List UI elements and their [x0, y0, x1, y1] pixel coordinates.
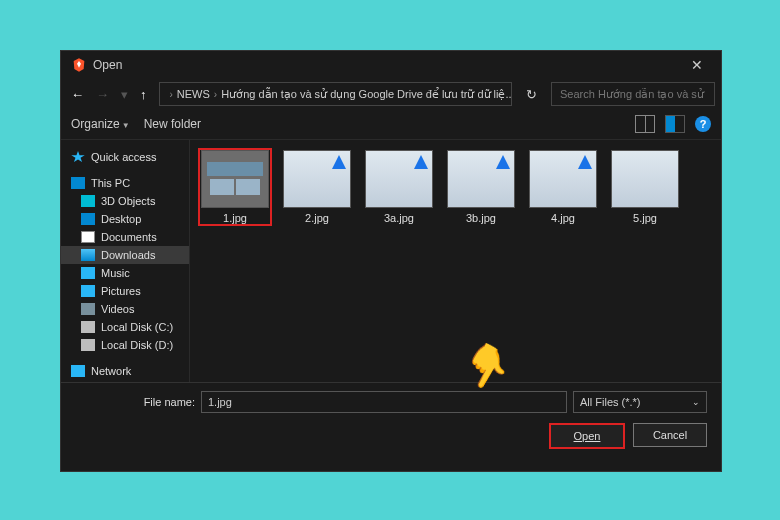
sidebar-item-quick-access[interactable]: Quick access — [61, 148, 189, 166]
chevron-right-icon: › — [214, 89, 217, 100]
filename-label: File name: — [75, 396, 195, 408]
sidebar-item-this-pc[interactable]: This PC — [61, 174, 189, 192]
search-box[interactable] — [551, 82, 715, 106]
breadcrumb-segment[interactable]: Hướng dẫn tạo và sử dụng Google Drive để… — [221, 88, 512, 101]
sidebar-item-local-disk-d[interactable]: Local Disk (D:) — [61, 336, 189, 354]
file-label: 5.jpg — [633, 212, 657, 224]
organize-button[interactable]: Organize▼ — [71, 117, 130, 131]
window-title: Open — [93, 58, 677, 72]
thumbnail — [447, 150, 515, 208]
sidebar-item-desktop[interactable]: Desktop — [61, 210, 189, 228]
bottom-bar: 👇 File name: All Files (*.*) ⌄ Open Canc… — [61, 382, 721, 471]
titlebar: Open ✕ — [61, 51, 721, 79]
thumbnail — [201, 150, 269, 208]
open-button[interactable]: Open — [549, 423, 625, 449]
chevron-right-icon: › — [170, 89, 173, 100]
file-item[interactable]: 2.jpg — [280, 148, 354, 226]
chevron-down-icon: ⌄ — [692, 397, 700, 407]
thumbnail — [529, 150, 597, 208]
sidebar-item-network[interactable]: Network — [61, 362, 189, 380]
thumbnail — [611, 150, 679, 208]
sidebar-item-downloads[interactable]: Downloads — [61, 246, 189, 264]
file-label: 1.jpg — [223, 212, 247, 224]
navigation-bar: ← → ▾ ↑ › NEWS › Hướng dẫn tạo và sử dụn… — [61, 79, 721, 109]
file-item[interactable]: 3a.jpg — [362, 148, 436, 226]
sidebar-item-local-disk-c[interactable]: Local Disk (C:) — [61, 318, 189, 336]
help-icon[interactable]: ? — [695, 116, 711, 132]
file-label: 4.jpg — [551, 212, 575, 224]
sidebar: Quick access This PC 3D Objects Desktop … — [61, 140, 189, 382]
search-input[interactable] — [558, 87, 708, 101]
brave-icon — [71, 57, 87, 73]
thumbnail — [283, 150, 351, 208]
file-grid[interactable]: 1.jpg 2.jpg 3a.jpg 3b.jpg 4.jpg 5.jpg — [189, 140, 721, 382]
dialog-body: Quick access This PC 3D Objects Desktop … — [61, 140, 721, 382]
file-item[interactable]: 1.jpg — [198, 148, 272, 226]
refresh-button[interactable]: ↻ — [526, 87, 537, 102]
back-button[interactable]: ← — [67, 85, 88, 104]
preview-pane-icon[interactable] — [665, 115, 685, 133]
forward-button[interactable]: → — [92, 85, 113, 104]
view-layout-icon[interactable] — [635, 115, 655, 133]
file-label: 3a.jpg — [384, 212, 414, 224]
sidebar-item-pictures[interactable]: Pictures — [61, 282, 189, 300]
breadcrumb[interactable]: › NEWS › Hướng dẫn tạo và sử dụng Google… — [159, 82, 513, 106]
open-file-dialog: Open ✕ ← → ▾ ↑ › NEWS › Hướng dẫn tạo và… — [60, 50, 722, 472]
close-button[interactable]: ✕ — [677, 57, 717, 73]
new-folder-button[interactable]: New folder — [144, 117, 201, 131]
file-label: 3b.jpg — [466, 212, 496, 224]
file-label: 2.jpg — [305, 212, 329, 224]
file-item[interactable]: 5.jpg — [608, 148, 682, 226]
sidebar-item-documents[interactable]: Documents — [61, 228, 189, 246]
recent-button[interactable]: ▾ — [117, 85, 132, 104]
sidebar-item-videos[interactable]: Videos — [61, 300, 189, 318]
toolbar: Organize▼ New folder ? — [61, 109, 721, 140]
breadcrumb-segment[interactable]: NEWS — [177, 88, 210, 100]
file-item[interactable]: 4.jpg — [526, 148, 600, 226]
filename-input[interactable] — [201, 391, 567, 413]
filetype-dropdown[interactable]: All Files (*.*) ⌄ — [573, 391, 707, 413]
sidebar-item-music[interactable]: Music — [61, 264, 189, 282]
sidebar-item-3d-objects[interactable]: 3D Objects — [61, 192, 189, 210]
file-item[interactable]: 3b.jpg — [444, 148, 518, 226]
up-button[interactable]: ↑ — [136, 85, 151, 104]
cancel-button[interactable]: Cancel — [633, 423, 707, 447]
thumbnail — [365, 150, 433, 208]
